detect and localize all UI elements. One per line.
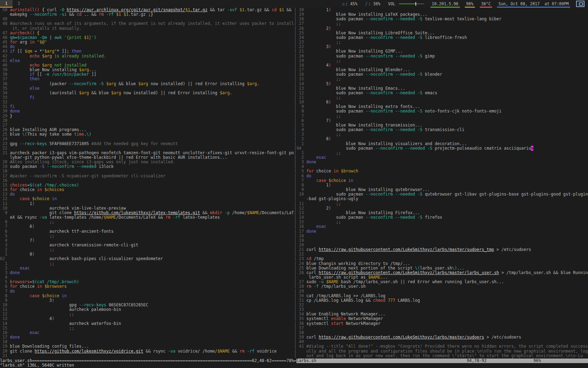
code-line[interactable]: | 17 done <box>294 229 588 234</box>
window-separator[interactable]: | <box>294 243 296 247</box>
code-line[interactable]: 17 #packer --noconfirm -S ncpamixer-git … <box>0 174 296 178</box>
window-separator[interactable]: | <box>294 35 296 40</box>
window-separator[interactable]: | <box>294 118 296 123</box>
code-line[interactable]: | 2 esac <box>294 155 588 160</box>
code-line[interactable]: | 22 <box>294 252 588 257</box>
window-separator[interactable]: | <box>294 349 296 354</box>
window-separator[interactable]: | <box>294 95 296 100</box>
window-separator[interactable]: | <box>294 16 296 21</box>
code-line[interactable]: | 31 cp /LARBS.log LARBS.log && chmod 77… <box>294 298 588 303</box>
window-separator[interactable]: | <box>294 238 296 243</box>
code-line[interactable]: | 11 ;; <box>294 202 588 206</box>
code-line[interactable]: 16 esac <box>0 330 296 335</box>
window-separator[interactable]: | <box>294 219 296 224</box>
code-line[interactable]: | 15 ;; <box>294 77 588 81</box>
window-separator[interactable]: | <box>294 307 296 312</box>
window-separator[interactable]: | <box>294 192 296 197</box>
window-separator[interactable]: | <box>294 302 296 307</box>
code-line[interactable]: | 3 done <box>294 160 588 164</box>
window-separator[interactable]: | <box>294 284 296 289</box>
code-line[interactable]: | 21 curl https://raw.githubusercontent.… <box>294 247 588 252</box>
window-separator[interactable]: | <box>294 58 296 63</box>
code-line[interactable]: it, or installs it manually. <box>0 26 296 31</box>
window-separator[interactable]: | <box>294 26 296 31</box>
window-separator[interactable]: | <box>294 261 296 266</box>
window-separator[interactable]: | <box>294 270 296 275</box>
window-separator[interactable]: | <box>294 279 296 284</box>
code-line[interactable]: 42 echo $arg is already installed. <box>0 54 296 59</box>
code-line[interactable]: | out and log back in as your new user, … <box>294 354 588 358</box>
window-separator[interactable]: | <box>294 344 296 349</box>
code-line[interactable]: 1 ;; <box>0 261 296 266</box>
window-separator[interactable]: | <box>294 321 296 326</box>
code-line[interactable]: 14 for choice in $choices <box>0 188 296 192</box>
code-line[interactable]: | 28 rm -f /tmp/larbs_user.sh <box>294 284 588 289</box>
code-line[interactable]: | 39 curl https://raw.githubusercontent.… <box>294 335 588 340</box>
window-separator[interactable]: | <box>294 252 296 257</box>
code-line[interactable]: | 3 ;; <box>294 132 588 137</box>
code-line[interactable]: 8 ;; <box>0 220 296 224</box>
window-separator[interactable]: | <box>294 72 296 77</box>
code-line[interactable]: 34 (aurinstall $arg && blue $arg now ins… <box>0 91 296 95</box>
window-separator[interactable]: | <box>294 63 296 68</box>
window-separator[interactable]: | <box>294 127 296 132</box>
window-separator[interactable]: | <box>294 49 296 54</box>
code-line[interactable]: makepkg --noconfirm -si && cd .. && rm -… <box>0 12 296 17</box>
window-separator[interactable]: | <box>294 339 296 344</box>
code-line[interactable]: 2 esac <box>0 266 296 271</box>
code-line[interactable]: | 5 for choice in $browch <box>294 169 588 173</box>
vim-pane-left[interactable]: 50 aurinstall() { curl -O https://aur.ar… <box>0 8 296 358</box>
code-line[interactable]: | 1 ;; <box>294 151 588 155</box>
code-line[interactable]: 5 ;; <box>0 234 296 238</box>
code-line[interactable]: 30 done <box>0 109 296 114</box>
window-separator[interactable]: | <box>294 224 296 229</box>
window-separator[interactable]: | <box>294 44 296 49</box>
code-line[interactable]: | 7 ;; <box>294 114 588 118</box>
code-line[interactable]: 2 ;; <box>0 247 296 252</box>
window-separator[interactable]: | <box>294 155 296 160</box>
window-separator[interactable]: | <box>294 12 296 17</box>
workspace-button-1[interactable]: 1 <box>0 0 13 8</box>
vim-pane-right[interactable]: | 30 1)| 29 blue Now installing LaTeX pa… <box>294 8 588 358</box>
code-line[interactable]: 19 sudo pacman -S --noconfirm --needed i… <box>0 164 296 169</box>
window-separator[interactable]: | <box>294 132 296 137</box>
code-line[interactable]: | 27 ;; <box>294 21 588 26</box>
code-line[interactable]: 23 gpg --recv-keys 5FAF0A6EE7371805 #Add… <box>0 142 296 146</box>
window-separator[interactable]: | <box>294 136 296 141</box>
code-line[interactable]: | 37 <box>294 326 588 330</box>
code-line[interactable]: 31 fi <box>0 104 296 109</box>
window-separator[interactable]: | <box>294 159 296 164</box>
code-line[interactable]: | 23 ;; <box>294 40 588 45</box>
window-separator[interactable]: | <box>294 266 296 271</box>
code-line[interactable]: | 18 <box>294 234 588 238</box>
window-separator[interactable]: | <box>294 201 296 206</box>
window-separator[interactable]: | <box>294 54 296 59</box>
window-separator[interactable]: | <box>294 169 296 173</box>
window-separator[interactable]: | <box>294 178 296 183</box>
code-line[interactable]: | 11 ;; <box>294 95 588 100</box>
code-line[interactable]: 36 (packer --noconfirm -S $arg && blue $… <box>0 82 296 86</box>
window-separator[interactable]: | <box>294 183 296 188</box>
window-separator[interactable]: | <box>294 90 296 95</box>
window-separator[interactable]: | <box>294 353 296 358</box>
window-separator[interactable]: | <box>294 335 296 340</box>
window-separator[interactable]: | <box>294 164 296 169</box>
window-separator[interactable]: | <box>294 109 296 114</box>
window-separator[interactable]: | <box>294 150 296 155</box>
window-separator[interactable]: | <box>294 67 296 72</box>
code-line[interactable]: 3 done <box>0 271 296 275</box>
code-line[interactable]: 33 fi <box>0 95 296 100</box>
window-separator[interactable]: | <box>294 210 296 215</box>
code-line[interactable]: 28 <box>0 118 296 123</box>
window-separator[interactable]: | <box>294 229 296 234</box>
window-separator[interactable]: | <box>294 187 296 192</box>
window-separator[interactable]: | <box>294 100 296 104</box>
code-line[interactable]: 38 if [[ -e /usr/bin/packer ]] <box>0 72 296 77</box>
window-separator[interactable]: | <box>294 141 296 146</box>
window-separator[interactable]: | <box>294 76 296 81</box>
code-line[interactable]: 17 done <box>0 335 296 340</box>
code-line[interactable]: | 15 ;; <box>294 220 588 224</box>
window-separator[interactable]: | <box>294 298 296 303</box>
code-line[interactable]: | 19 <box>294 238 588 243</box>
window-separator[interactable]: | <box>294 123 296 128</box>
